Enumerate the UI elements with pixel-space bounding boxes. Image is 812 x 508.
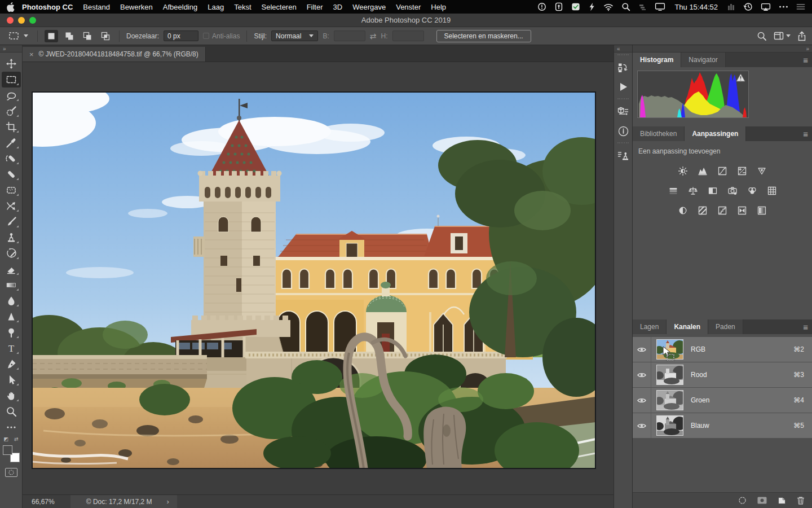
minimize-window-button[interactable] — [18, 17, 25, 24]
menubar-app-name[interactable]: Photoshop CC — [19, 3, 78, 11]
menu-afbeelding[interactable]: Afbeelding — [158, 3, 202, 11]
airplay-icon[interactable] — [761, 3, 771, 11]
new-channel-icon[interactable] — [777, 496, 787, 505]
hand-tool[interactable] — [2, 388, 21, 404]
visibility-toggle[interactable] — [633, 362, 651, 387]
tab-aanpassingen[interactable]: Aanpassingen — [685, 126, 746, 141]
delete-channel-icon[interactable] — [796, 496, 805, 505]
threshold-icon[interactable] — [715, 204, 730, 217]
channel-row-rgb[interactable]: RGB ⌘2 — [633, 337, 812, 362]
path-selection-tool[interactable] — [2, 372, 21, 388]
time-machine-icon[interactable] — [743, 2, 753, 11]
color-balance-icon[interactable] — [686, 184, 700, 198]
tool-preset-picker[interactable] — [6, 29, 30, 43]
menu-venster[interactable]: Venster — [391, 3, 426, 11]
menubar-clock[interactable]: Thu 15:44:52 — [673, 3, 719, 11]
tab-paden[interactable]: Paden — [708, 319, 743, 334]
exposure-icon[interactable] — [735, 164, 749, 178]
apple-icon[interactable] — [7, 2, 15, 12]
menu-weergave[interactable]: Weergave — [347, 3, 391, 11]
list-icon[interactable] — [796, 3, 805, 10]
foreground-color-swatch[interactable] — [3, 445, 12, 455]
canvas-pasteboard[interactable] — [23, 62, 614, 494]
menu-3d[interactable]: 3D — [328, 3, 348, 11]
visibility-toggle[interactable] — [633, 388, 651, 413]
close-tab-icon[interactable]: × — [29, 50, 34, 59]
subtract-selection-icon[interactable] — [81, 30, 94, 42]
zoom-window-button[interactable] — [29, 17, 36, 24]
feather-input[interactable]: 0 px — [164, 30, 198, 41]
sharpen-tool[interactable] — [2, 309, 21, 325]
patch-tool[interactable] — [2, 182, 21, 198]
menu-selecteren[interactable]: Selecteren — [257, 3, 302, 11]
wifi-icon[interactable] — [603, 3, 614, 11]
stack-icon[interactable] — [638, 3, 647, 11]
quick-selection-tool[interactable] — [2, 103, 21, 119]
columns-icon[interactable] — [727, 3, 735, 11]
color-swatches[interactable] — [3, 445, 20, 462]
black-white-icon[interactable] — [705, 184, 720, 198]
zoom-tool[interactable] — [2, 404, 21, 419]
channel-row-blauw[interactable]: Blauw ⌘5 — [633, 413, 812, 438]
invert-icon[interactable] — [676, 204, 690, 217]
swap-colors-icon[interactable]: ◩⇄ — [4, 436, 19, 442]
history-icon[interactable] — [615, 60, 631, 76]
properties-icon[interactable] — [615, 104, 631, 120]
display-icon[interactable] — [655, 2, 665, 11]
info-circle-icon[interactable] — [537, 2, 546, 11]
lasso-tool[interactable] — [2, 87, 21, 103]
lightning-icon[interactable] — [588, 2, 595, 11]
eraser-tool[interactable] — [2, 261, 21, 277]
panel-menu-icon[interactable]: ≡ — [803, 52, 807, 67]
crop-tool[interactable] — [2, 119, 21, 135]
pen-tool[interactable] — [2, 356, 21, 372]
photo-filter-icon[interactable] — [725, 184, 740, 198]
swap-dimensions-icon[interactable]: ⇄ — [370, 32, 377, 41]
actions-icon[interactable] — [615, 79, 631, 95]
spotlight-icon[interactable] — [621, 2, 630, 11]
channel-mixer-icon[interactable] — [745, 184, 760, 198]
toolbar-collapse[interactable]: » — [0, 45, 22, 52]
gradient-tool[interactable] — [2, 277, 21, 293]
menu-tekst[interactable]: Tekst — [229, 3, 256, 11]
channel-row-groen[interactable]: Groen ⌘4 — [633, 388, 812, 413]
panel-menu-icon[interactable]: ≡ — [803, 319, 807, 334]
channel-thumbnail[interactable] — [656, 390, 683, 410]
panels-collapse[interactable]: » — [633, 45, 812, 52]
onepassword-icon[interactable] — [554, 2, 563, 11]
load-selection-icon[interactable] — [738, 496, 747, 505]
share-icon[interactable] — [797, 31, 806, 41]
eyedropper-tool[interactable] — [2, 135, 21, 151]
workspace-switcher[interactable] — [774, 32, 791, 40]
levels-icon[interactable] — [695, 164, 710, 178]
photo-canvas[interactable] — [32, 92, 595, 468]
spot-healing-brush-tool[interactable] — [2, 151, 21, 167]
panel-menu-icon[interactable]: ≡ — [803, 126, 807, 141]
channel-thumbnail[interactable] — [656, 365, 683, 385]
menu-bewerken[interactable]: Bewerken — [115, 3, 158, 11]
tab-histogram[interactable]: Histogram — [633, 52, 681, 67]
history-brush-tool[interactable] — [2, 246, 21, 261]
tab-lagen[interactable]: Lagen — [633, 319, 667, 334]
posterize-icon[interactable] — [695, 204, 710, 217]
move-tool[interactable] — [2, 56, 21, 72]
add-selection-icon[interactable] — [63, 30, 76, 42]
info-icon[interactable] — [615, 123, 631, 139]
search-icon[interactable] — [757, 31, 767, 41]
gradient-map-icon[interactable] — [735, 204, 749, 217]
rectangular-marquee-tool[interactable] — [2, 72, 21, 87]
blur-tool[interactable] — [2, 293, 21, 309]
dodge-tool[interactable] — [2, 325, 21, 340]
hue-saturation-icon[interactable] — [666, 184, 681, 198]
clone-source-icon[interactable] — [615, 148, 631, 164]
histogram-warning-icon[interactable] — [736, 73, 745, 82]
quick-mask-button[interactable] — [5, 468, 17, 477]
antialias-checkbox[interactable]: Anti-alias — [203, 32, 240, 40]
selective-color-icon[interactable] — [754, 204, 769, 217]
content-aware-move-tool[interactable] — [2, 198, 21, 214]
menu-filter[interactable]: Filter — [302, 3, 328, 11]
vibrance-icon[interactable] — [754, 164, 769, 178]
channel-row-rood[interactable]: Rood ⌘3 — [633, 362, 812, 387]
more-icon[interactable] — [779, 5, 788, 8]
curves-icon[interactable] — [715, 164, 730, 178]
